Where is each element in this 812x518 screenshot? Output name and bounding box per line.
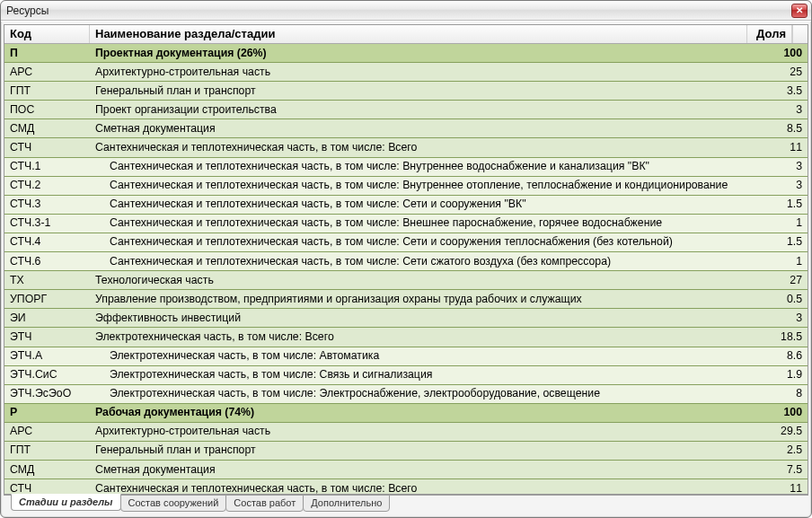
cell-share: 7.5 [763, 461, 808, 479]
cell-share: 3 [763, 101, 808, 119]
grid-header: Код Наименование раздела/стадии Доля [4, 25, 808, 44]
cell-share: 1.9 [763, 365, 808, 384]
cell-share: 100 [763, 44, 808, 63]
table-row[interactable]: СТЧ.6Сантехническая и теплотехническая ч… [4, 252, 808, 271]
cell-code: СТЧ.1 [4, 157, 90, 176]
grid-body[interactable]: ППроектная документация (26%)100АРСАрхит… [4, 44, 808, 494]
cell-code: АРС [4, 63, 90, 82]
table-row[interactable]: РРабочая документация (74%)100 [4, 403, 808, 422]
resources-window: Ресурсы ✕ Код Наименование раздела/стади… [0, 0, 812, 518]
table-row[interactable]: АРСАрхитектурно-строительная часть29.5 [4, 422, 808, 441]
column-header-code[interactable]: Код [4, 25, 90, 43]
cell-name: Сантехническая и теплотехническая часть,… [90, 138, 763, 157]
cell-code: Р [4, 403, 90, 422]
column-header-name[interactable]: Наименование раздела/стадии [90, 25, 747, 43]
cell-share: 18.5 [763, 328, 808, 347]
table-row[interactable]: ГПТГенеральный план и транспорт2.5 [4, 441, 808, 460]
cell-name: Сантехническая и теплотехническая часть,… [90, 252, 763, 271]
cell-name: Сметная документация [90, 461, 763, 479]
table-row[interactable]: СТЧ.3Сантехническая и теплотехническая ч… [4, 195, 808, 214]
table-row[interactable]: ЭТЧ.АЭлектротехническая часть, в том чис… [4, 347, 808, 365]
cell-share: 11 [763, 479, 808, 494]
table-row[interactable]: УПОРГУправление производством, предприят… [4, 290, 808, 309]
cell-name: Электротехническая часть, в том числе: С… [90, 365, 763, 384]
cell-name: Сантехническая и теплотехническая часть,… [90, 479, 763, 494]
table-row[interactable]: СТЧ.3-1Сантехническая и теплотехническая… [4, 214, 808, 233]
table-row[interactable]: СТЧСантехническая и теплотехническая час… [4, 479, 808, 494]
cell-name: Управление производством, предприятиями … [90, 290, 763, 309]
table-row[interactable]: СТЧ.1Сантехническая и теплотехническая ч… [4, 157, 808, 176]
cell-name: Электротехническая часть, в том числе: В… [90, 328, 763, 347]
cell-name: Сантехническая и теплотехническая часть,… [90, 214, 763, 233]
cell-share: 1.5 [763, 233, 808, 251]
cell-code: ПОС [4, 101, 90, 119]
cell-name: Архитектурно-строительная часть [90, 422, 763, 441]
cell-share: 1.5 [763, 195, 808, 214]
tabstrip: Стадии и разделыСостав сооруженийСостав … [4, 495, 808, 514]
table-row[interactable]: СТЧСантехническая и теплотехническая час… [4, 138, 808, 157]
cell-code: СМД [4, 461, 90, 479]
table-row[interactable]: АРСАрхитектурно-строительная часть25 [4, 63, 808, 82]
cell-share: 2.5 [763, 441, 808, 460]
cell-share: 3 [763, 176, 808, 195]
cell-name: Эффективность инвестиций [90, 309, 763, 328]
tab-0[interactable]: Стадии и разделы [11, 494, 121, 511]
window-title: Ресурсы [6, 4, 791, 17]
cell-name: Рабочая документация (74%) [90, 403, 763, 422]
cell-name: Проектная документация (26%) [90, 44, 763, 63]
table-row[interactable]: ЭТЧЭлектротехническая часть, в том числе… [4, 328, 808, 347]
cell-share: 8 [763, 384, 808, 403]
cell-code: СТЧ.4 [4, 233, 90, 251]
cell-name: Генеральный план и транспорт [90, 82, 763, 101]
cell-name: Сантехническая и теплотехническая часть,… [90, 233, 763, 251]
tab-1[interactable]: Состав сооружений [120, 495, 227, 512]
cell-name: Архитектурно-строительная часть [90, 63, 763, 82]
cell-share: 8.6 [763, 347, 808, 365]
cell-share: 3.5 [763, 82, 808, 101]
cell-code: ЭТЧ.А [4, 347, 90, 365]
cell-share: 11 [763, 138, 808, 157]
cell-share: 0.5 [763, 290, 808, 309]
cell-name: Технологическая часть [90, 271, 763, 290]
table-row[interactable]: ЭТЧ.СиСЭлектротехническая часть, в том ч… [4, 365, 808, 384]
cell-share: 27 [763, 271, 808, 290]
cell-code: СТЧ [4, 138, 90, 157]
cell-code: УПОРГ [4, 290, 90, 309]
table-row[interactable]: ТХТехнологическая часть27 [4, 271, 808, 290]
table-row[interactable]: СМДСметная документация8.5 [4, 119, 808, 138]
cell-share: 8.5 [763, 119, 808, 138]
titlebar[interactable]: Ресурсы ✕ [1, 1, 811, 21]
table-row[interactable]: СТЧ.4Сантехническая и теплотехническая ч… [4, 233, 808, 251]
cell-name: Сметная документация [90, 119, 763, 138]
cell-share: 100 [763, 403, 808, 422]
table-row[interactable]: ЭИЭффективность инвестиций3 [4, 309, 808, 328]
cell-code: П [4, 44, 90, 63]
table-row[interactable]: ПОСПроект организации строительства3 [4, 101, 808, 119]
cell-code: СТЧ [4, 479, 90, 494]
cell-code: ТХ [4, 271, 90, 290]
table-row[interactable]: СТЧ.2Сантехническая и теплотехническая ч… [4, 176, 808, 195]
cell-name: Генеральный план и транспорт [90, 441, 763, 460]
cell-name: Сантехническая и теплотехническая часть,… [90, 176, 763, 195]
column-header-share[interactable]: Доля [747, 25, 792, 43]
table-row[interactable]: ЭТЧ.ЭсЭоОЭлектротехническая часть, в том… [4, 384, 808, 403]
table-row[interactable]: СМДСметная документация7.5 [4, 461, 808, 479]
tab-2[interactable]: Состав работ [225, 495, 304, 512]
cell-code: ЭИ [4, 309, 90, 328]
grid: Код Наименование раздела/стадии Доля ППр… [4, 24, 808, 495]
content-area: Код Наименование раздела/стадии Доля ППр… [1, 21, 811, 517]
cell-name: Электротехническая часть, в том числе: Э… [90, 384, 763, 403]
cell-code: СТЧ.6 [4, 252, 90, 271]
cell-share: 1 [763, 252, 808, 271]
table-row[interactable]: ППроектная документация (26%)100 [4, 44, 808, 63]
tab-3[interactable]: Дополнительно [303, 495, 390, 512]
cell-name: Проект организации строительства [90, 101, 763, 119]
cell-code: СТЧ.3-1 [4, 214, 90, 233]
cell-name: Сантехническая и теплотехническая часть,… [90, 195, 763, 214]
scrollbar-spacer [792, 25, 808, 43]
table-row[interactable]: ГПТГенеральный план и транспорт3.5 [4, 82, 808, 101]
close-icon[interactable]: ✕ [791, 4, 808, 18]
cell-name: Сантехническая и теплотехническая часть,… [90, 157, 763, 176]
cell-code: АРС [4, 422, 90, 441]
cell-share: 3 [763, 309, 808, 328]
